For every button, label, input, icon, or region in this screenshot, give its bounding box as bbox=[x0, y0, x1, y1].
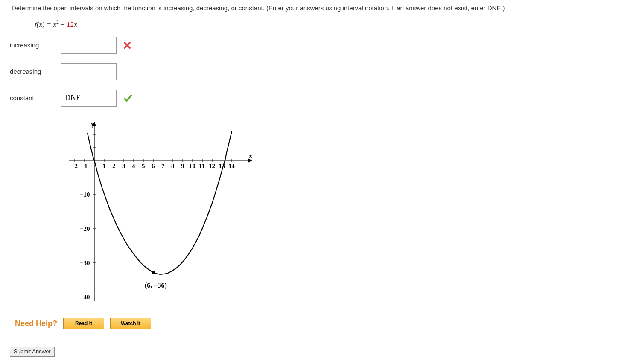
x-tick: 7 bbox=[161, 163, 165, 169]
x-tick: 12 bbox=[209, 163, 215, 169]
constant-input[interactable] bbox=[61, 90, 117, 107]
x-tick: 9 bbox=[181, 163, 184, 169]
y-tick: −10 bbox=[80, 191, 90, 198]
x-tick: 2 bbox=[112, 163, 116, 169]
decreasing-label: decreasing bbox=[10, 68, 61, 75]
x-tick: 10 bbox=[189, 163, 195, 169]
submit-answer-button[interactable]: Submit Answer bbox=[10, 347, 55, 357]
formula-prefix: f(x) = x bbox=[35, 20, 56, 29]
x-tick: 6 bbox=[152, 163, 155, 169]
x-tick: 4 bbox=[132, 163, 135, 169]
vertex-label: (6, −36) bbox=[145, 282, 167, 289]
increasing-mark bbox=[121, 41, 138, 49]
formula-minus: − bbox=[59, 20, 67, 29]
question-container: Determine the open intervals on which th… bbox=[0, 0, 639, 364]
graph-svg: y x −2 −1 1 2 3 4 5 6 7 8 9 10 11 12 13 … bbox=[64, 118, 261, 306]
x-tick: 3 bbox=[122, 163, 125, 169]
x-tick: 8 bbox=[171, 163, 175, 169]
x-mark-icon bbox=[123, 41, 131, 49]
svg-point-27 bbox=[152, 271, 155, 274]
decreasing-input[interactable] bbox=[61, 63, 117, 80]
y-tick: −40 bbox=[80, 294, 90, 300]
check-mark-icon bbox=[123, 94, 132, 102]
formula-coeff: 12 bbox=[67, 20, 74, 29]
graph-wrap: y x −2 −1 1 2 3 4 5 6 7 8 9 10 11 12 13 … bbox=[0, 118, 639, 307]
y-tick: −30 bbox=[80, 259, 90, 266]
increasing-input[interactable] bbox=[61, 37, 117, 54]
x-axis-label: x bbox=[249, 152, 252, 160]
function-formula: f(x) = x2 − 12x bbox=[0, 19, 639, 37]
x-tick: 1 bbox=[102, 163, 106, 169]
increasing-label: increasing bbox=[10, 41, 61, 49]
read-it-button[interactable]: Read It bbox=[63, 318, 104, 329]
submit-row: Submit Answer bbox=[0, 347, 639, 357]
constant-mark bbox=[121, 94, 138, 102]
x-tick: 11 bbox=[199, 163, 205, 169]
x-tick: −1 bbox=[81, 163, 88, 169]
y-tick: −20 bbox=[80, 225, 90, 232]
question-prompt: Determine the open intervals on which th… bbox=[0, 4, 639, 19]
parabola-curve bbox=[88, 131, 232, 274]
formula-suffix: x bbox=[74, 20, 77, 29]
y-axis-label: y bbox=[91, 120, 94, 128]
x-tick: 5 bbox=[142, 163, 145, 169]
help-row: Need Help? Read It Watch It bbox=[0, 318, 639, 329]
x-tick: −2 bbox=[71, 163, 78, 169]
x-tick: 14 bbox=[228, 163, 235, 169]
need-help-label: Need Help? bbox=[15, 319, 57, 328]
answer-grid: increasing decreasing constant bbox=[0, 37, 639, 107]
watch-it-button[interactable]: Watch It bbox=[110, 318, 151, 329]
constant-label: constant bbox=[10, 94, 61, 102]
